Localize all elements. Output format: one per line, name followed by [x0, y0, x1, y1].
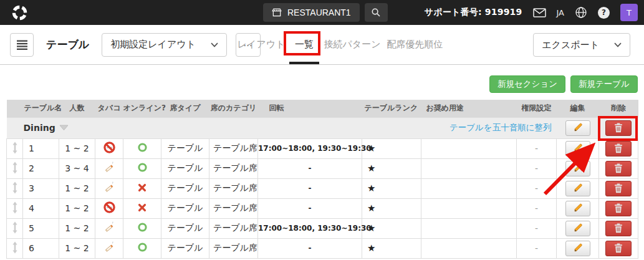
edit-button[interactable]	[565, 221, 590, 236]
user-avatar[interactable]: T	[620, 4, 638, 21]
trash-icon	[614, 123, 623, 133]
no-smoking-icon	[103, 142, 115, 153]
section-edit-button[interactable]	[565, 120, 590, 136]
delete-button[interactable]	[605, 181, 632, 196]
delete-button[interactable]	[605, 201, 632, 216]
export-button[interactable]: エクスポート	[533, 33, 630, 57]
pencil-icon	[573, 243, 583, 253]
menu-button[interactable]	[10, 33, 34, 57]
drag-handle[interactable]	[7, 198, 23, 218]
section-row: Dining テーブルを五十音順に整列	[7, 117, 638, 138]
column-header: 回転	[258, 100, 362, 117]
annotation-box-delete	[605, 120, 632, 136]
cell-rotation: 17:00~18:00, 19:30~19:30	[258, 218, 362, 238]
edit-button[interactable]	[565, 181, 590, 196]
cell-table-name: 4	[23, 198, 59, 218]
column-header: 削除	[599, 100, 638, 117]
cell-seat-type: テーブル	[161, 178, 209, 198]
tab-connection-pattern[interactable]: 接続パターン	[328, 25, 377, 64]
restaurant-name: RESTAURANT1	[287, 7, 351, 17]
cell-permission: -	[517, 158, 557, 178]
drag-handle[interactable]	[7, 158, 23, 178]
cell-seat-type: テーブル	[161, 218, 209, 238]
tab-seating-priority[interactable]: 配席優先順位	[385, 25, 445, 64]
cell-permission: -	[517, 218, 557, 238]
green-circle-icon	[137, 222, 148, 233]
drag-arrows-icon	[12, 241, 18, 254]
table-row: 5 1 ~ 2 テーブル テーブル席 17:00~18:00, 19:30~19…	[7, 218, 638, 238]
layout-select[interactable]: 初期設定レイアウト	[102, 33, 227, 57]
drag-handle[interactable]	[7, 178, 23, 198]
mail-icon[interactable]	[533, 8, 546, 17]
hamburger-icon	[17, 40, 27, 50]
sort-alphabetical-link[interactable]: テーブルを五十音順に整列	[449, 122, 552, 133]
cell-smoking	[95, 178, 123, 198]
edit-button[interactable]	[565, 241, 590, 256]
delete-button[interactable]	[605, 221, 632, 236]
search-icon	[371, 7, 381, 17]
cell-rotation: -	[258, 158, 362, 178]
edit-button[interactable]	[565, 161, 590, 176]
cell-table-name: 5	[23, 218, 59, 238]
cigarette-icon	[103, 181, 115, 193]
delete-button[interactable]	[605, 241, 632, 256]
support-number: サポート番号: 919919	[425, 7, 522, 18]
drag-handle[interactable]	[7, 218, 23, 238]
column-header: オンライン?	[123, 100, 161, 117]
tables-list: テーブル名人数タバコオンライン?席タイプ席のカテゴリ回転テーブルランクお奨め用途…	[6, 100, 638, 259]
pencil-icon	[573, 183, 583, 193]
green-circle-icon	[137, 142, 148, 153]
page-title: テーブル	[46, 37, 89, 52]
cell-seat-category: テーブル席	[209, 198, 258, 218]
section-caret-icon	[59, 125, 69, 131]
cell-recommended-use	[421, 158, 517, 178]
column-header: 人数	[59, 100, 95, 117]
restaurant-selector-button[interactable]: RESTAURANT1	[263, 3, 360, 22]
app-logo-icon	[11, 4, 28, 21]
edit-button[interactable]	[565, 141, 590, 156]
green-circle-icon	[137, 242, 148, 253]
edit-button[interactable]	[565, 201, 590, 216]
cell-recommended-use	[421, 178, 517, 198]
chevron-down-icon	[614, 42, 622, 47]
section-name-wrap[interactable]: Dining	[24, 123, 69, 133]
cell-online	[123, 218, 161, 238]
new-table-button[interactable]: 新規テーブル	[570, 75, 638, 93]
cell-permission: -	[517, 198, 557, 218]
cell-seat-category: テーブル席	[209, 178, 258, 198]
storefront-icon	[272, 8, 282, 17]
topbar: RESTAURANT1 サポート番号: 919919 JA ? T	[0, 0, 644, 25]
cell-seat-type: テーブル	[161, 138, 209, 158]
globe-icon[interactable]	[575, 6, 587, 19]
cell-seat-category: テーブル席	[209, 218, 258, 238]
section-name: Dining	[24, 123, 55, 133]
column-header: タバコ	[95, 100, 123, 117]
cell-table-rank: ★	[362, 158, 421, 178]
cell-recommended-use	[421, 198, 517, 218]
delete-button[interactable]	[605, 141, 632, 156]
cell-rotation: 17:00~18:00, 19:30~19:30	[258, 138, 362, 158]
pencil-icon	[573, 223, 583, 233]
pencil-icon	[573, 203, 583, 213]
drag-handle[interactable]	[7, 138, 23, 158]
red-cross-icon	[137, 203, 147, 213]
language-label[interactable]: JA	[557, 8, 565, 17]
cell-smoking	[95, 238, 123, 258]
trash-icon	[614, 163, 623, 173]
drag-handle[interactable]	[7, 238, 23, 258]
delete-button[interactable]	[605, 161, 632, 176]
trash-icon	[614, 203, 623, 213]
new-section-button[interactable]: 新規セクション	[489, 75, 565, 93]
table-body: Dining テーブルを五十音順に整列	[7, 117, 638, 258]
tab-layout[interactable]: レイアウト	[242, 25, 281, 64]
help-icon[interactable]: ?	[598, 7, 610, 19]
table-row: 2 3 ~ 4 テーブル テーブル席 - ★ -	[7, 158, 638, 178]
cell-rotation: -	[258, 178, 362, 198]
section-delete-button[interactable]	[605, 120, 632, 136]
search-button[interactable]	[365, 3, 388, 22]
drag-arrows-icon	[12, 161, 18, 174]
cell-capacity: 1 ~ 2	[59, 178, 95, 198]
trash-icon	[614, 223, 623, 233]
cell-table-rank: ★	[362, 198, 421, 218]
tab-list[interactable]: 一覧	[289, 25, 319, 64]
